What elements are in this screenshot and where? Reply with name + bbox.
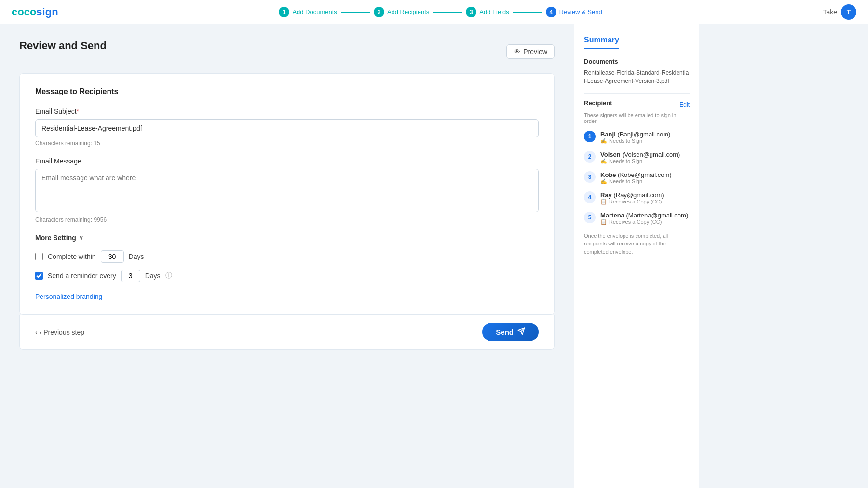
sign-icon-3: ✍ [600,178,607,185]
recipient-num-1: 1 [584,131,596,142]
recipient-info-1: Banji (Banji@gmail.com) ✍ Needs to Sign [600,131,690,144]
email-message-label: Email Message [35,157,539,165]
complete-within-checkbox[interactable] [35,253,43,260]
step-line-3 [513,12,542,13]
header: cocosign 1 Add Documents 2 Add Recipient… [0,0,868,24]
logo: cocosign [12,6,58,18]
chevron-down-icon: ∨ [79,234,83,241]
step-4-label: Review & Send [559,8,602,15]
reminder-checkbox[interactable] [35,272,43,280]
send-label: Send [496,328,514,336]
content-area: Review and Send 👁 Preview Message to Rec… [0,24,574,488]
recipient-role-4: 📋 Receives a Copy (CC) [600,199,690,205]
card-title: Message to Recipients [35,87,539,96]
complete-within-label: Complete within [48,253,96,260]
complete-within-input[interactable] [101,250,124,263]
sidebar-title: Summary [584,36,619,49]
recipient-item-5: 5 Martena (Martena@gmail.com) 📋 Receives… [584,212,690,225]
complete-within-row: Complete within Days [35,250,539,263]
avatar: T [841,4,856,20]
document-name: Rentallease-Florida-Standard-Residential… [584,69,690,85]
step-4: 4 Review & Send [546,7,602,17]
previous-step-button[interactable]: ‹ ‹ Previous step [35,328,84,336]
chevron-left-icon: ‹ [35,328,38,336]
divider-1 [584,93,690,94]
recipient-num-2: 2 [584,151,596,163]
sidebar: Summary Documents Rentallease-Florida-St… [574,24,699,488]
eye-icon: 👁 [514,48,520,55]
reminder-label: Send a reminder every [48,272,116,280]
preview-button[interactable]: 👁 Preview [506,44,555,59]
nav-footer: ‹ ‹ Previous step Send [19,315,555,350]
reminder-row: Send a reminder every Days ⓘ [35,270,539,282]
recipient-item-4: 4 Ray (Ray@gmail.com) 📋 Receives a Copy … [584,191,690,205]
sign-icon-2: ✍ [600,158,607,164]
recipient-name-2: Volsen (Volsen@gmail.com) [600,151,690,158]
email-subject-label: Email Subject* [35,108,539,115]
user-name: Take [823,8,837,16]
chars-remaining-subject: Characters remaining: 15 [35,140,539,147]
recipient-info-2: Volsen (Volsen@gmail.com) ✍ Needs to Sig… [600,151,690,164]
copy-icon-4: 📋 [600,199,607,205]
step-3-label: Add Fields [479,8,509,15]
recipient-info-5: Martena (Martena@gmail.com) 📋 Receives a… [600,212,690,225]
step-4-circle: 4 [546,7,556,17]
recipient-desc: These signers will be emailed to sign in… [584,112,690,124]
reminder-unit: Days [145,272,161,280]
recipient-header: Recipient Edit [584,99,690,110]
email-subject-input[interactable] [35,119,539,137]
send-button[interactable]: Send [482,323,539,341]
recipient-item-1: 1 Banji (Banji@gmail.com) ✍ Needs to Sig… [584,131,690,144]
recipient-num-3: 3 [584,171,596,183]
page-title: Review and Send [19,40,107,52]
step-3: 3 Add Fields [466,7,509,17]
send-icon [517,327,525,337]
recipient-role-5: 📋 Receives a Copy (CC) [600,219,690,225]
recipient-info-4: Ray (Ray@gmail.com) 📋 Receives a Copy (C… [600,191,690,205]
recipient-role-2: ✍ Needs to Sign [600,158,690,164]
personalized-branding-link[interactable]: Personalized branding [35,293,102,300]
step-3-circle: 3 [466,7,476,17]
recipient-role-1: ✍ Needs to Sign [600,138,690,144]
user-area: Take T [823,4,856,20]
complete-within-unit: Days [129,253,144,260]
step-2-label: Add Recipients [387,8,429,15]
previous-step-label: ‹ Previous step [40,328,84,336]
recipient-num-4: 4 [584,191,596,203]
documents-label: Documents [584,58,690,65]
recipient-name-3: Kobe (Kobe@gmail.com) [600,171,690,178]
step-line-2 [433,12,462,13]
recipient-name-4: Ray (Ray@gmail.com) [600,191,690,199]
reminder-value-input[interactable] [121,270,140,282]
recipient-num-5: 5 [584,212,596,223]
step-line-1 [341,12,370,13]
email-message-textarea[interactable] [35,169,539,212]
info-icon: ⓘ [165,271,172,280]
email-subject-section: Email Subject* Characters remaining: 15 [35,108,539,147]
step-1-circle: 1 [279,7,289,17]
step-1: 1 Add Documents [279,7,337,17]
page-header-row: Review and Send 👁 Preview [19,40,555,64]
recipient-label: Recipient [584,99,612,107]
step-wizard: 1 Add Documents 2 Add Recipients 3 Add F… [279,7,602,17]
step-2-circle: 2 [374,7,384,17]
preview-label: Preview [523,48,547,55]
message-card: Message to Recipients Email Subject* Cha… [19,73,555,315]
email-message-section: Email Message Characters remaining: 9956 [35,157,539,223]
recipient-role-3: ✍ Needs to Sign [600,178,690,185]
edit-link[interactable]: Edit [679,101,690,108]
recipient-name-1: Banji (Banji@gmail.com) [600,131,690,138]
step-2: 2 Add Recipients [374,7,429,17]
step-1-label: Add Documents [292,8,337,15]
more-settings-label: More Setting [35,234,76,242]
recipient-item-2: 2 Volsen (Volsen@gmail.com) ✍ Needs to S… [584,151,690,164]
recipient-info-3: Kobe (Kobe@gmail.com) ✍ Needs to Sign [600,171,690,185]
main-layout: Review and Send 👁 Preview Message to Rec… [0,24,868,488]
recipient-item-3: 3 Kobe (Kobe@gmail.com) ✍ Needs to Sign [584,171,690,185]
sign-icon-1: ✍ [600,138,607,144]
recipient-name-5: Martena (Martena@gmail.com) [600,212,690,219]
more-settings-toggle[interactable]: More Setting ∨ [35,234,539,242]
chars-remaining-message: Characters remaining: 9956 [35,217,539,223]
copy-icon-5: 📋 [600,219,607,225]
sidebar-footer-note: Once the envelope is completed, all reci… [584,232,690,256]
